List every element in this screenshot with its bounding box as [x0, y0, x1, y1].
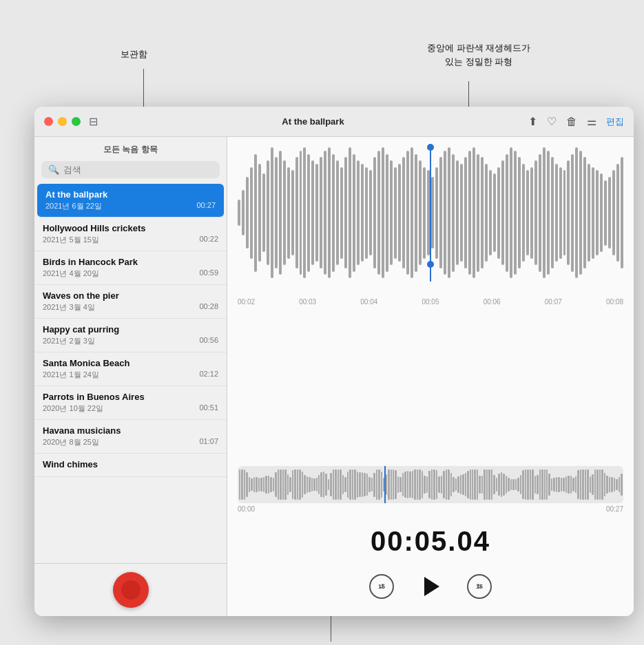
- overview-bar: [479, 476, 480, 494]
- waveform-bar: [287, 167, 290, 259]
- detail-time-label: 00:05: [422, 298, 439, 306]
- overview-bar: [431, 469, 433, 500]
- overview-bar: [544, 469, 546, 500]
- recording-item[interactable]: Waves on the pier 2021년 3월 4일 00:28: [34, 285, 227, 319]
- trim-icon[interactable]: ⚌: [587, 115, 596, 128]
- waveform-bar: [539, 154, 541, 272]
- waveform-bar: [543, 147, 546, 278]
- overview-bar: [292, 470, 293, 499]
- waveform-bar: [522, 164, 525, 262]
- skip-forward-button[interactable]: ↻ 15: [467, 574, 492, 599]
- recording-item[interactable]: At the ballpark 2021년 6월 22일 00:27: [37, 184, 224, 218]
- overview-bar: [359, 472, 360, 497]
- overview-time-labels: 00:00 00:27: [238, 503, 623, 515]
- overview-bar: [474, 469, 475, 500]
- waveform-bar: [596, 170, 599, 255]
- minimize-button[interactable]: [58, 117, 67, 126]
- overview-bar: [333, 469, 334, 500]
- share-icon[interactable]: ⬆: [528, 115, 537, 128]
- recording-meta: 2021년 3월 4일 00:28: [43, 302, 218, 313]
- waveform-overview: 00:00 00:27: [227, 461, 634, 520]
- edit-button[interactable]: 편집: [606, 116, 624, 128]
- overview-bar: [551, 478, 552, 491]
- overview-bar: [448, 469, 449, 500]
- waveform-bar: [386, 154, 388, 272]
- waveform-bar: [353, 154, 355, 272]
- overview-bar: [241, 469, 242, 500]
- overview-bar: [582, 469, 583, 500]
- recording-item[interactable]: Parrots in Buenos Aires 2020년 10월 22일 00…: [34, 386, 227, 420]
- overview-bar: [391, 469, 392, 500]
- waveform-bar: [411, 147, 413, 278]
- overview-bar: [577, 470, 579, 498]
- search-input[interactable]: [63, 165, 213, 175]
- play-button[interactable]: [415, 571, 446, 602]
- overview-bar: [386, 474, 387, 495]
- recording-item[interactable]: Havana musicians 2020년 8월 25일 01:07: [34, 420, 227, 454]
- overview-bar: [594, 469, 596, 500]
- overview-bar: [506, 476, 507, 494]
- waveform-canvas[interactable]: [238, 144, 623, 295]
- overview-bar: [496, 478, 497, 491]
- maximize-button[interactable]: [72, 117, 81, 126]
- recording-item[interactable]: Wind chimes: [34, 454, 227, 477]
- overview-bar: [330, 473, 331, 496]
- overview-bar: [561, 478, 562, 491]
- overview-bar: [532, 469, 533, 500]
- overview-bar: [284, 469, 286, 500]
- overview-bar: [424, 476, 425, 493]
- record-button[interactable]: [113, 572, 149, 608]
- overview-bar: [503, 474, 504, 496]
- overview-bars: [238, 466, 623, 503]
- favorite-icon[interactable]: ♡: [547, 115, 557, 128]
- overview-bar: [508, 478, 509, 491]
- skip-back-button[interactable]: ↺ 15: [369, 574, 394, 599]
- overview-bar: [587, 469, 588, 500]
- waveform-bar: [583, 157, 586, 268]
- main-content: 모든 녹음 항목 🔍 At the ballpark 2021년 6월 22일 …: [34, 137, 634, 616]
- recording-title: Santa Monica Beach: [43, 358, 218, 368]
- overview-canvas[interactable]: [238, 466, 623, 503]
- sidebar-toggle-button[interactable]: ⊟: [89, 115, 98, 128]
- overview-bar: [455, 478, 457, 491]
- overview-bar: [328, 479, 329, 490]
- overview-bar: [297, 469, 298, 500]
- waveform-bar: [390, 160, 393, 265]
- waveform-bar: [357, 160, 360, 265]
- overview-bar: [599, 469, 601, 500]
- recording-duration: 00:59: [199, 268, 218, 279]
- overview-bar: [263, 477, 264, 492]
- waveform-bar: [307, 154, 310, 272]
- waveform-bar: [559, 167, 562, 259]
- recording-item[interactable]: Santa Monica Beach 2021년 1월 24일 02:12: [34, 352, 227, 386]
- overview-bar: [422, 471, 423, 498]
- recording-meta: 2020년 10월 22일 00:51: [43, 403, 218, 414]
- overview-bar: [596, 469, 598, 500]
- overview-bar: [501, 472, 502, 497]
- recording-item[interactable]: Happy cat purring 2021년 2월 3일 00:56: [34, 319, 227, 352]
- overview-bar: [433, 469, 435, 500]
- close-button[interactable]: [44, 117, 53, 126]
- overview-bar: [378, 469, 380, 500]
- waveform-bar: [394, 167, 397, 259]
- waveform-bar: [320, 157, 322, 268]
- recording-title: Waves on the pier: [43, 290, 218, 301]
- overview-bar: [258, 478, 260, 491]
- delete-icon[interactable]: 🗑: [566, 116, 577, 128]
- title-bar: ⊟ At the ballpark ⬆ ♡ 🗑 ⚌ 편집: [34, 107, 634, 137]
- overview-bar: [520, 475, 521, 495]
- recording-meta: 2021년 6월 22일 00:27: [45, 201, 216, 211]
- overview-bar: [244, 469, 245, 500]
- recording-item[interactable]: Birds in Hancock Park 2021년 4월 20일 00:59: [34, 251, 227, 285]
- recording-title: Happy cat purring: [43, 324, 218, 335]
- recording-item[interactable]: Hollywood Hills crickets 2021년 5월 15일 00…: [34, 218, 227, 251]
- overview-bar: [493, 475, 495, 494]
- waveform-bar: [238, 200, 240, 226]
- overview-bar: [472, 469, 473, 500]
- waveform-bar: [246, 177, 249, 249]
- recording-meta: 2021년 2월 3일 00:56: [43, 336, 218, 346]
- recording-duration: 00:22: [199, 235, 218, 245]
- overview-bar: [409, 472, 411, 498]
- overview-bar: [477, 469, 478, 500]
- overview-bar: [517, 478, 519, 491]
